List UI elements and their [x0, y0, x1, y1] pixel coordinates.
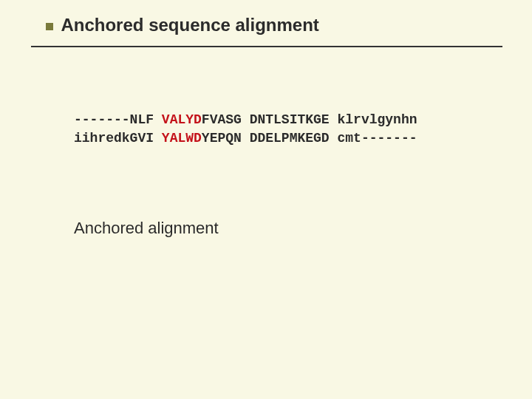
- subtitle: Anchored alignment: [74, 219, 532, 238]
- alignment-block: -------NLF VALYDFVASG DNTLSITKGE klrvlgy…: [74, 111, 532, 148]
- slide-title: Anchored sequence alignment: [61, 15, 318, 35]
- bullet-icon: [46, 23, 53, 30]
- seq2-pre: iihredkGVI: [74, 131, 162, 146]
- seq1-anchor: VALYD: [162, 112, 202, 127]
- seq2-rest: YEPQN DDELPMKEGD cmt-------: [202, 131, 417, 146]
- seq2-anchor: YALWD: [162, 131, 202, 146]
- divider: [31, 46, 502, 47]
- slide: Anchored sequence alignment -------NLF V…: [0, 0, 532, 399]
- seq1-rest: FVASG DNTLSITKGE klrvlgynhn: [202, 112, 417, 127]
- title-block: Anchored sequence alignment: [0, 0, 532, 35]
- seq1-pre: -------NLF: [74, 112, 162, 127]
